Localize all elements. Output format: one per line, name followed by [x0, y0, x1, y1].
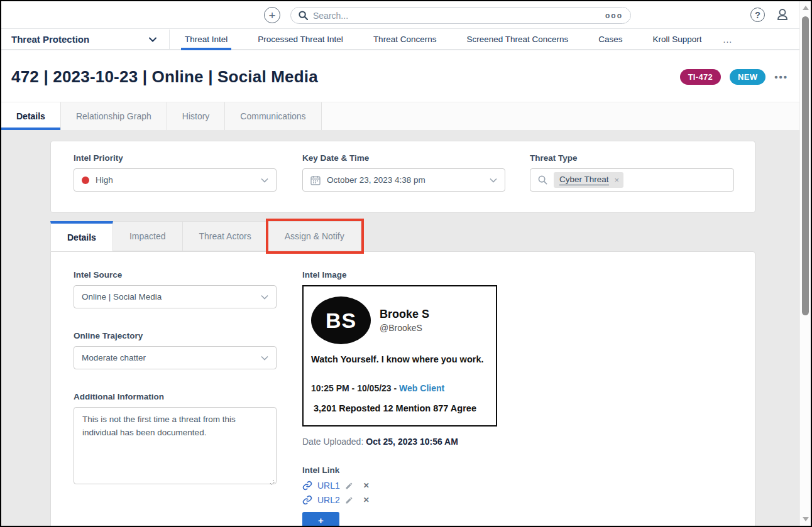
chevron-down-icon: [261, 356, 268, 361]
intel-source-label: Intel Source: [74, 270, 277, 280]
post-stats: 3,201 Reposted 12 Mention 877 Agree: [311, 403, 488, 413]
details-panel: Intel Source Online | Social Media Onlin…: [50, 251, 755, 527]
post-timestamp: 10:25 PM - 10/05/23 -: [311, 383, 399, 393]
key-date-value: October 23, 2023 4:38 pm: [327, 175, 490, 185]
chevron-down-icon: [261, 178, 268, 183]
chevron-down-icon: [261, 295, 268, 300]
additional-info-textarea[interactable]: This is not the first time a threat from…: [74, 407, 277, 484]
help-icon[interactable]: ?: [750, 8, 765, 22]
link-icon: [302, 495, 312, 505]
scrollbar-thumb[interactable]: [802, 16, 809, 315]
date-uploaded: Date Uploaded:Oct 25, 2023 10:56 AM: [302, 437, 554, 447]
search-input[interactable]: [313, 11, 605, 21]
avatar: BS: [311, 296, 371, 344]
nav-tabs: Threat Intel Processed Threat Intel Thre…: [170, 30, 738, 49]
delete-icon[interactable]: ✕: [363, 496, 370, 504]
intel-image: BS Brooke S @BrookeS Watch Yourself. I k…: [302, 285, 497, 426]
intel-priority-label: Intel Priority: [74, 153, 277, 163]
tab-relationship-graph[interactable]: Relationship Graph: [61, 102, 167, 130]
intel-priority-value: High: [96, 175, 261, 185]
status-badge: NEW: [730, 69, 765, 85]
search-icon: [538, 175, 547, 185]
tag-remove-icon[interactable]: ×: [615, 175, 620, 185]
content-area: Intel Priority High Key Date & Time Octo…: [1, 130, 802, 527]
key-date-select[interactable]: October 23, 2023 4:38 pm: [302, 168, 505, 192]
key-date-label: Key Date & Time: [302, 153, 505, 163]
nav-tab-processed-threat-intel[interactable]: Processed Threat Intel: [243, 30, 358, 49]
vertical-scrollbar[interactable]: [799, 1, 811, 526]
scroll-up-icon[interactable]: [803, 6, 809, 10]
intel-image-label: Intel Image: [302, 270, 554, 280]
intel-link-row: URL1 ✕: [302, 481, 554, 491]
detail-tabs: Details Impacted Threat Actors Assign & …: [50, 221, 361, 251]
detail-tab-details[interactable]: Details: [50, 221, 113, 251]
threat-type-tag-label: Cyber Threat: [559, 175, 609, 185]
nav-overflow-icon[interactable]: ...: [717, 30, 739, 49]
intel-source-value: Online | Social Media: [82, 292, 261, 302]
post-text: Watch Yourself. I know where you work.: [311, 354, 488, 364]
link-icon: [302, 481, 312, 491]
threat-type-tag: Cyber Threat ×: [554, 172, 623, 188]
date-uploaded-value: Oct 25, 2023 10:56 AM: [366, 437, 458, 447]
edit-icon[interactable]: [345, 482, 353, 490]
search-icon: [299, 11, 308, 20]
intel-link-url2[interactable]: URL2: [317, 495, 340, 505]
tab-communications[interactable]: Communications: [225, 102, 321, 130]
record-id-badge: TI-472: [680, 69, 721, 85]
intel-link-row: URL2 ✕: [302, 495, 554, 505]
intel-link-label: Intel Link: [302, 465, 554, 475]
intel-priority-select[interactable]: High: [74, 168, 277, 192]
summary-card: Intel Priority High Key Date & Time Octo…: [50, 141, 755, 213]
threat-type-label: Threat Type: [530, 153, 734, 163]
tab-history[interactable]: History: [167, 102, 226, 130]
additional-info-label: Additional Information: [74, 392, 277, 401]
priority-dot-icon: [82, 177, 89, 184]
chevron-down-icon: [149, 37, 156, 42]
nav-tab-cases[interactable]: Cases: [583, 30, 637, 49]
detail-tab-threat-actors[interactable]: Threat Actors: [183, 221, 268, 251]
app-switcher[interactable]: Threat Protection: [1, 30, 170, 49]
nav-tab-kroll-support[interactable]: Kroll Support: [638, 30, 717, 49]
app-navbar: Threat Protection Threat Intel Processed…: [1, 30, 802, 50]
intel-link-url1[interactable]: URL1: [317, 481, 340, 491]
post-meta: 10:25 PM - 10/05/23 - Web Client: [311, 383, 488, 393]
edit-icon[interactable]: [345, 496, 353, 504]
online-trajectory-value: Moderate chatter: [82, 353, 261, 362]
threat-type-input[interactable]: Cyber Threat ×: [530, 168, 734, 192]
global-search[interactable]: ooo: [290, 7, 631, 24]
online-trajectory-label: Online Trajectory: [74, 331, 277, 340]
detail-tab-assign-notify[interactable]: Assign & Notify: [268, 221, 361, 251]
app-name: Threat Protection: [11, 34, 89, 45]
detail-tab-impacted[interactable]: Impacted: [113, 221, 183, 251]
intel-source-select[interactable]: Online | Social Media: [74, 285, 277, 308]
post-author: Brooke S: [380, 308, 429, 321]
nav-tab-threat-intel[interactable]: Threat Intel: [170, 30, 243, 49]
nav-tab-threat-concerns[interactable]: Threat Concerns: [358, 30, 452, 49]
record-header: 472 | 2023-10-23 | Online | Social Media…: [1, 52, 802, 102]
nav-tab-screened-threat-concerns[interactable]: Screened Threat Concerns: [451, 30, 583, 49]
date-uploaded-label: Date Uploaded:: [302, 437, 363, 447]
app-window: + ooo ? Threat Protection Threat Intel P…: [0, 0, 812, 527]
post-client-link: Web Client: [399, 383, 444, 393]
scroll-down-icon[interactable]: [803, 517, 809, 521]
top-bar: + ooo ?: [1, 1, 802, 29]
online-trajectory-select[interactable]: Moderate chatter: [74, 346, 277, 369]
tab-details[interactable]: Details: [1, 102, 61, 130]
user-profile-icon[interactable]: [775, 7, 790, 22]
search-options-icon[interactable]: ooo: [605, 11, 623, 20]
page-title: 472 | 2023-10-23 | Online | Social Media: [1, 67, 318, 87]
add-icon[interactable]: +: [264, 7, 280, 23]
chevron-down-icon: [490, 178, 497, 183]
record-actions-icon[interactable]: •••: [774, 72, 788, 82]
calendar-icon: [310, 175, 321, 185]
post-handle: @BrookeS: [380, 323, 429, 333]
delete-icon[interactable]: ✕: [363, 481, 370, 490]
add-link-button[interactable]: +: [302, 512, 339, 527]
record-tabs: Details Relationship Graph History Commu…: [1, 102, 802, 130]
